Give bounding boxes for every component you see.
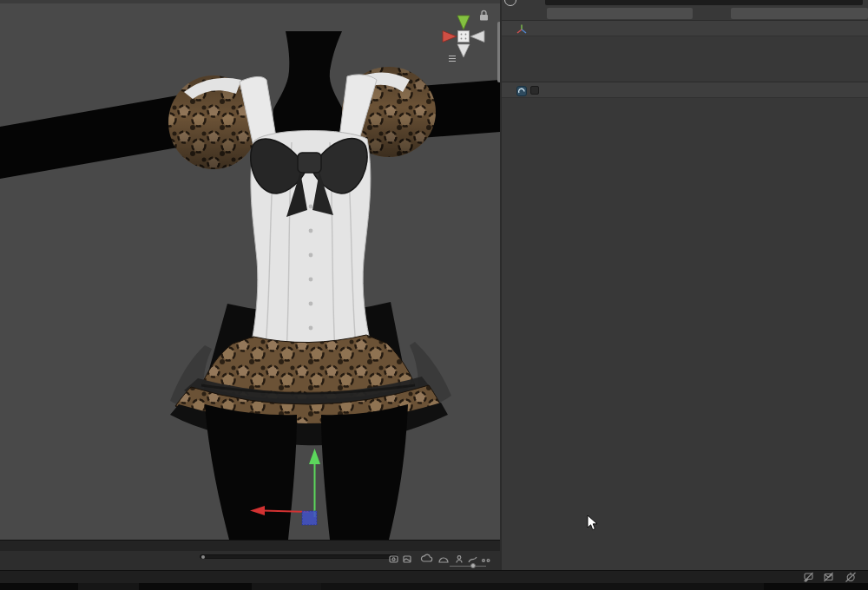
physbone-script-icon	[516, 86, 527, 96]
avatar-model[interactable]	[0, 0, 500, 540]
frame-icon[interactable]	[404, 556, 411, 562]
component-enabled-checkbox[interactable]	[530, 86, 539, 95]
unity-editor-window	[0, 0, 868, 590]
timeline-zoom-slider[interactable]	[450, 563, 486, 568]
curve-icon[interactable]	[469, 557, 477, 562]
status-bar	[0, 570, 868, 583]
model-right-leg	[321, 404, 408, 540]
gameobject-header	[502, 0, 868, 20]
mouse-cursor	[587, 515, 599, 533]
zoom-slider-track[interactable]	[450, 566, 486, 567]
scene-sub-toolbar	[0, 540, 500, 551]
lock-icon[interactable]	[480, 10, 488, 20]
inspector-panel	[502, 0, 868, 570]
timeline-scrubber[interactable]	[200, 554, 398, 559]
avatar-icon[interactable]	[457, 556, 462, 563]
iso-lines-icon	[449, 56, 456, 62]
dots-icon[interactable]	[483, 560, 490, 562]
console-status-icons	[804, 572, 858, 583]
zoom-slider-handle[interactable]	[470, 563, 476, 568]
dome-icon[interactable]	[439, 558, 448, 562]
scene-top-strip	[0, 0, 500, 3]
model-left-leg	[205, 404, 297, 540]
tag-dropdown[interactable]	[547, 8, 693, 19]
taskbar-segment	[78, 583, 139, 590]
gizmo-negy-cone[interactable]	[457, 44, 470, 57]
taskbar-segment	[252, 583, 321, 590]
gizmo-x-cone[interactable]	[443, 31, 457, 43]
timeline-bar	[0, 551, 500, 570]
gameobject-name-field[interactable]	[545, 0, 863, 5]
gameobject-icon-selector[interactable]	[504, 0, 516, 6]
move-gizmo-z-handle[interactable]	[302, 511, 317, 525]
comment-muted-icon[interactable]	[805, 573, 813, 582]
taskbar-segment	[321, 583, 764, 590]
cloud-icon[interactable]	[421, 554, 431, 561]
projection-mode-toggle[interactable]	[449, 56, 459, 62]
gizmo-center-cube[interactable]	[458, 31, 470, 43]
scrubber-handle[interactable]	[201, 555, 205, 559]
taskbar	[0, 583, 868, 590]
model-left-arm	[0, 94, 187, 179]
camera-icon[interactable]	[390, 556, 398, 562]
gizmo-y-cone[interactable]	[457, 16, 470, 30]
gizmo-negx-cone[interactable]	[470, 31, 484, 43]
refresh-muted-icon[interactable]	[846, 573, 856, 582]
scene-orientation-gizmo[interactable]	[432, 3, 495, 71]
scene-view[interactable]	[0, 0, 500, 540]
mail-muted-icon[interactable]	[825, 573, 833, 581]
transform-icon	[516, 24, 527, 35]
transform-component-header[interactable]	[502, 20, 868, 36]
physbone-component-header[interactable]	[502, 82, 868, 98]
layer-dropdown[interactable]	[731, 8, 868, 19]
move-gizmo-y-arrow[interactable]	[309, 449, 320, 464]
